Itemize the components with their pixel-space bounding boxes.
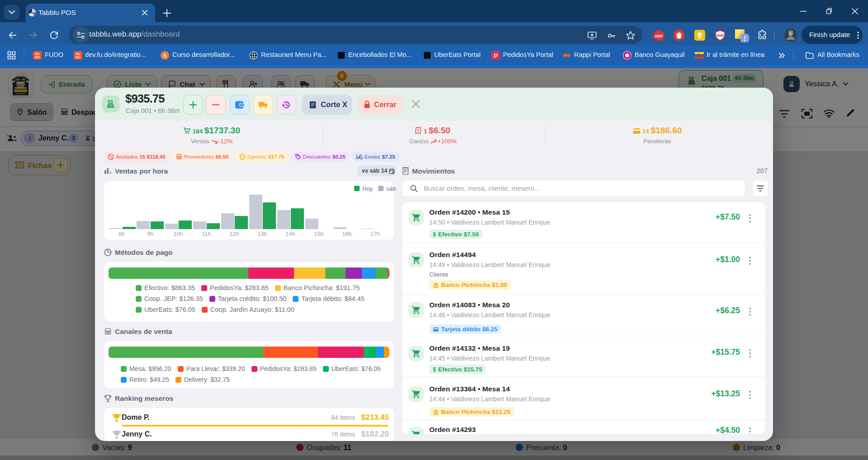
svg-text:P: P <box>494 52 498 59</box>
svg-text:WAB: WAB <box>716 34 723 37</box>
svg-text:DO: DO <box>35 56 40 59</box>
svg-text:S: S <box>163 52 166 59</box>
svg-text:FU: FU <box>35 52 39 56</box>
svg-text:DO: DO <box>76 56 81 59</box>
svg-text:FU: FU <box>76 52 80 56</box>
svg-text:ABP: ABP <box>655 34 663 38</box>
